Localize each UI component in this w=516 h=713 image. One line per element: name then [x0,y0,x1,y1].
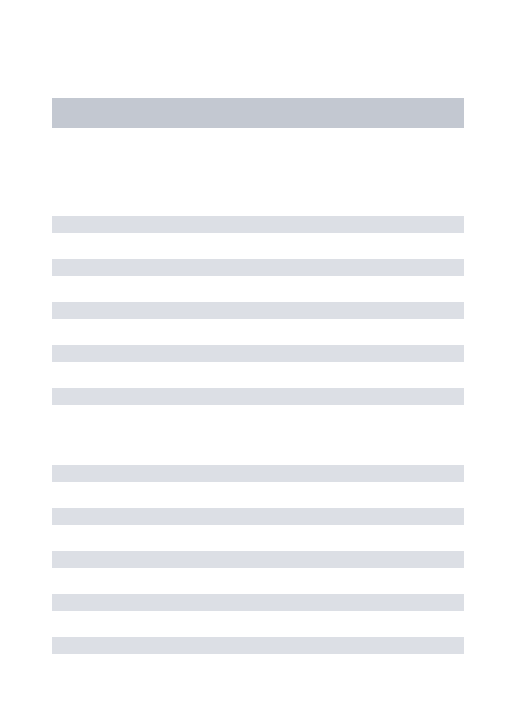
text-line-placeholder [52,388,464,405]
text-line-placeholder [52,508,464,525]
text-line-placeholder [52,465,464,482]
text-line-placeholder [52,551,464,568]
text-line-placeholder [52,637,464,654]
text-line-placeholder [52,302,464,319]
text-line-placeholder [52,216,464,233]
title-placeholder-bar [52,98,464,128]
text-line-placeholder [52,345,464,362]
text-line-placeholder [52,594,464,611]
text-line-placeholder [52,259,464,276]
